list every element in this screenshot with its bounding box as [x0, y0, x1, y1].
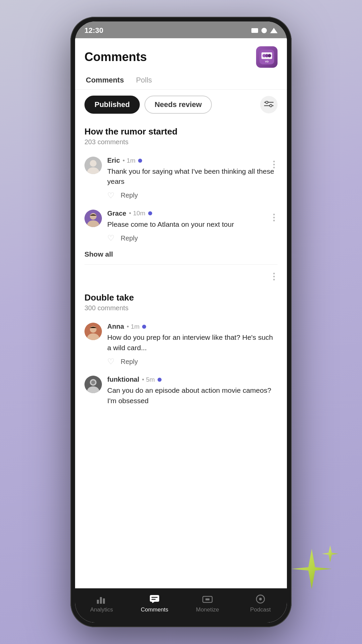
comment-actions: ♡ Reply [107, 233, 278, 243]
like-button[interactable]: ♡ [107, 233, 115, 243]
episode-section-1: How the rumor started 203 comments [75, 120, 287, 264]
more-options-button[interactable] [270, 270, 278, 283]
show-all-button[interactable]: Show all [84, 248, 278, 264]
status-icons [251, 28, 278, 33]
nav-monetize[interactable]: Monetize [191, 594, 224, 613]
online-indicator [148, 211, 152, 215]
divider-more [75, 267, 287, 286]
comment-text: How do you prep for an interview like th… [107, 332, 278, 353]
svg-point-4 [268, 54, 271, 57]
nav-comments-label: Comments [141, 606, 168, 613]
commenter-avatar [84, 376, 102, 393]
comment-item: Anna • 1m How do you prep for an intervi… [84, 318, 278, 371]
comment-meta: Grace • 10m [107, 210, 278, 217]
comment-body: Grace • 10m Please come to Atlanta on yo… [107, 210, 278, 243]
comment-body: funktional • 5m Can you do an episode ab… [107, 376, 278, 410]
like-button[interactable]: ♡ [107, 357, 115, 366]
svg-point-7 [266, 101, 268, 104]
section-divider [84, 264, 278, 265]
tab-bar: Comments Polls [75, 72, 287, 90]
avatar-circle [84, 323, 102, 340]
episode-2-count: 300 comments [84, 304, 278, 312]
comment-meta: Anna • 1m [107, 323, 278, 330]
reply-button[interactable]: Reply [121, 234, 138, 242]
more-dot [273, 276, 275, 277]
comment-text: Thank you for saying what I've been thin… [107, 166, 278, 187]
commenter-name: Anna [107, 323, 124, 330]
comment-meta: Eric • 1m [107, 157, 278, 164]
online-indicator [158, 378, 162, 382]
episode-1-count: 203 comments [84, 138, 278, 146]
more-options-button[interactable] [270, 158, 278, 171]
commenter-avatar [84, 210, 102, 227]
filter-bar: Published Needs review [75, 90, 287, 120]
more-dot [273, 214, 275, 215]
comment-actions: ♡ Reply [107, 357, 278, 366]
nav-podcast[interactable]: Podcast [244, 594, 277, 613]
comment-time: • 1m [123, 157, 135, 164]
more-dot [273, 164, 275, 165]
phone-frame: 12:30 Comments [70, 17, 292, 627]
reply-button[interactable]: Reply [121, 192, 138, 199]
filter-needs-review[interactable]: Needs review [144, 96, 212, 114]
svg-point-14 [90, 213, 97, 220]
avatar-icon: VD [259, 50, 274, 64]
eric-avatar [84, 157, 102, 174]
episode-2-title: Double take [84, 292, 278, 303]
grace-avatar [84, 210, 102, 227]
comment-text: Can you do an episode about action movie… [107, 385, 278, 406]
signal-icon [270, 28, 278, 33]
online-indicator [138, 159, 142, 163]
commenter-avatar [84, 157, 102, 174]
tab-comments[interactable]: Comments [84, 72, 125, 89]
phone-screen: 12:30 Comments [75, 21, 287, 623]
tab-polls[interactable]: Polls [135, 72, 154, 89]
page-header: Comments VD [75, 38, 287, 72]
comment-body: Anna • 1m How do you prep for an intervi… [107, 323, 278, 366]
more-options-button[interactable] [270, 211, 278, 224]
svg-point-9 [270, 105, 272, 107]
anna-avatar [84, 323, 102, 340]
content-area: Comments VD [75, 38, 287, 623]
svg-point-11 [90, 160, 97, 167]
svg-text:VD: VD [265, 60, 268, 63]
like-button[interactable]: ♡ [107, 191, 115, 200]
more-dot [273, 273, 275, 274]
comment-text: Please come to Atlanta on your next tour [107, 219, 278, 229]
nav-analytics[interactable]: Analytics [85, 594, 118, 613]
filter-settings-button[interactable] [260, 96, 278, 113]
commenter-name: funktional [107, 376, 139, 383]
nav-analytics-label: Analytics [90, 606, 113, 613]
comment-actions: ♡ Reply [107, 191, 278, 200]
more-dot [273, 279, 275, 280]
comment-item: funktional • 5m Can you do an episode ab… [84, 371, 278, 415]
svg-rect-26 [150, 595, 159, 602]
online-indicator [142, 325, 146, 329]
nav-monetize-label: Monetize [196, 606, 219, 613]
comments-icon [149, 594, 160, 604]
avatar-image: VD [256, 46, 278, 68]
reply-button[interactable]: Reply [121, 358, 138, 366]
profile-avatar[interactable]: VD [256, 46, 278, 68]
page-title: Comments [84, 50, 147, 64]
comment-time: • 5m [142, 376, 155, 383]
more-dot [273, 220, 275, 221]
svg-rect-25 [103, 598, 105, 604]
comment-time: • 10m [129, 210, 145, 217]
bottom-navigation: Analytics Comments [75, 588, 287, 623]
commenter-name: Eric [107, 157, 120, 164]
status-time: 12:30 [84, 26, 103, 35]
episode-1-title: How the rumor started [84, 126, 278, 137]
avatar-circle [84, 157, 102, 174]
svg-point-32 [259, 598, 262, 600]
status-bar: 12:30 [75, 21, 287, 38]
more-dot [273, 161, 275, 162]
nav-comments[interactable]: Comments [138, 594, 171, 613]
monetize-icon [202, 594, 213, 604]
comment-item: Eric • 1m Thank you for saying what I've… [84, 152, 278, 205]
avatar-circle [84, 210, 102, 227]
svg-rect-23 [97, 600, 99, 604]
filter-published[interactable]: Published [84, 96, 140, 114]
comment-item: Grace • 10m Please come to Atlanta on yo… [84, 205, 278, 248]
comments-scroll[interactable]: How the rumor started 203 comments [75, 120, 287, 588]
